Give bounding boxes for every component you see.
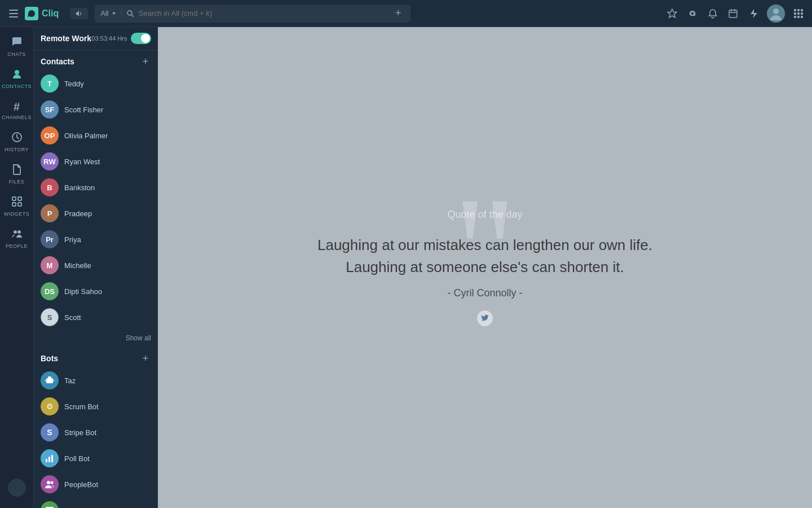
sidebar-item-widgets[interactable]: WIDGETS — [2, 191, 32, 221]
contact-avatar-bankston: B — [41, 178, 59, 196]
svg-point-32 — [50, 380, 52, 382]
sidebar-item-history[interactable]: HISTORY — [2, 127, 32, 157]
contact-item-dipti-sahoo[interactable]: DS Dipti Sahoo — [34, 278, 158, 304]
svg-rect-30 — [48, 376, 51, 378]
contacts-add-button[interactable]: + — [140, 56, 151, 67]
lightning-icon[interactable] — [747, 7, 760, 20]
chats-label: CHATS — [7, 51, 25, 57]
bot-item-taz[interactable]: Taz — [34, 367, 158, 393]
show-all-link[interactable]: Show all — [126, 334, 151, 342]
svg-rect-25 — [12, 203, 16, 206]
twitter-share-button[interactable] — [477, 310, 493, 326]
svg-rect-0 — [9, 10, 18, 11]
svg-point-28 — [17, 230, 21, 234]
svg-rect-26 — [18, 203, 21, 206]
contact-item-scott[interactable]: S Scott — [34, 304, 158, 330]
workspace-timer: 03:53:44 Hrs — [92, 35, 127, 42]
contact-name-scott: Scott — [64, 313, 81, 322]
contacts-icon — [11, 68, 23, 82]
svg-rect-2 — [9, 16, 18, 17]
people-label: PEOPLE — [6, 243, 28, 249]
quote-author: - Cyril Connolly - — [317, 287, 652, 299]
contact-name-teddy: Teddy — [64, 80, 84, 88]
search-bar: All + — [95, 5, 411, 23]
svg-rect-13 — [797, 9, 800, 11]
sidebar-item-contacts[interactable]: CONTACTS — [2, 64, 32, 94]
search-input[interactable] — [139, 9, 387, 17]
history-label: HISTORY — [5, 147, 29, 152]
mention-icon[interactable] — [686, 7, 699, 20]
svg-rect-16 — [797, 12, 800, 15]
quote-text: Laughing at our mistakes can lengthen ou… — [317, 234, 652, 278]
bot-icon-taz — [41, 371, 59, 389]
bot-item-deskbot[interactable]: Deskbot — [34, 497, 158, 508]
user-avatar[interactable] — [767, 5, 785, 23]
search-filter-button[interactable]: All — [100, 9, 121, 17]
sidebar-item-files[interactable]: FILES — [2, 159, 32, 189]
svg-rect-23 — [12, 197, 16, 200]
bot-name-scrum: Scrum Bot — [64, 402, 99, 411]
bot-item-peoplebot[interactable]: PeopleBot — [34, 471, 158, 497]
channels-icon: # — [14, 100, 20, 113]
contact-item-pradeep[interactable]: P Pradeep — [34, 200, 158, 226]
contact-item-priya[interactable]: Pr Priya — [34, 226, 158, 252]
workspace-name: Remote Work — [41, 34, 91, 43]
bell-icon[interactable] — [706, 7, 720, 20]
contact-item-ryan-west[interactable]: RW Ryan West — [34, 148, 158, 174]
bot-name-stripe: Stripe Bot — [64, 428, 96, 437]
chats-icon — [11, 36, 23, 50]
bot-item-stripe-bot[interactable]: S Stripe Bot — [34, 419, 158, 445]
files-icon — [11, 164, 23, 178]
main-layout: CHATS CONTACTS # CHANNELS HISTORY — [0, 27, 812, 508]
svg-rect-19 — [797, 16, 800, 18]
sidebar-item-people[interactable]: PEOPLE — [2, 224, 32, 253]
contact-avatar-pradeep: P — [41, 204, 59, 222]
hamburger-icon[interactable] — [7, 7, 20, 20]
workspace-toggle[interactable] — [131, 33, 151, 44]
bot-icon-poll — [41, 449, 59, 467]
contact-name-priya: Priya — [64, 235, 81, 244]
svg-rect-29 — [46, 378, 53, 383]
bot-item-poll-bot[interactable]: Poll Bot — [34, 445, 158, 471]
svg-rect-6 — [729, 10, 737, 17]
files-label: FILES — [9, 179, 25, 185]
contact-avatar-scott-fisher: SF — [41, 100, 59, 119]
bots-section-title: Bots — [41, 354, 58, 363]
contact-item-teddy[interactable]: T Teddy — [34, 71, 158, 97]
bot-icon-desk — [41, 501, 59, 508]
svg-rect-1 — [9, 13, 18, 14]
contact-name-michelle: Michelle — [64, 261, 91, 270]
svg-point-21 — [15, 70, 19, 75]
svg-point-31 — [47, 380, 49, 382]
contact-name-dipti-sahoo: Dipti Sahoo — [64, 287, 102, 296]
quote-line1: Laughing at our mistakes can lengthen ou… — [317, 237, 652, 253]
svg-rect-20 — [801, 16, 803, 18]
search-add-button[interactable]: + — [391, 7, 405, 20]
app-name: Cliq — [42, 8, 59, 19]
calendar-icon[interactable] — [726, 7, 740, 20]
svg-rect-15 — [794, 12, 796, 15]
bots-add-button[interactable]: + — [140, 353, 151, 364]
svg-point-38 — [47, 481, 50, 484]
contact-item-scott-fisher[interactable]: SF Scott Fisher — [34, 97, 158, 122]
contact-avatar-ryan-west: RW — [41, 152, 59, 170]
grid-icon[interactable] — [792, 7, 805, 20]
contact-avatar-teddy: T — [41, 75, 59, 93]
svg-line-4 — [131, 15, 134, 17]
contact-name-ryan-west: Ryan West — [64, 157, 100, 166]
show-all-container: Show all — [34, 330, 158, 347]
bot-icon-people — [41, 475, 59, 493]
contact-item-olivia-palmer[interactable]: OP Olivia Palmer — [34, 122, 158, 148]
logo-icon — [25, 7, 38, 20]
star-icon[interactable] — [665, 7, 679, 20]
speaker-button[interactable] — [70, 8, 88, 19]
widgets-label: WIDGETS — [4, 211, 30, 217]
contact-item-michelle[interactable]: M Michelle — [34, 252, 158, 278]
bots-section-header: Bots + — [34, 347, 158, 367]
bot-item-scrum-bot[interactable]: ⚙ Scrum Bot — [34, 393, 158, 419]
contact-item-bankston[interactable]: B Bankston — [34, 174, 158, 200]
sidebar-item-channels[interactable]: # CHANNELS — [2, 96, 32, 125]
contact-name-pradeep: Pradeep — [64, 209, 92, 218]
sidebar-item-chats[interactable]: CHATS — [2, 32, 32, 62]
theme-toggle[interactable] — [8, 479, 26, 497]
